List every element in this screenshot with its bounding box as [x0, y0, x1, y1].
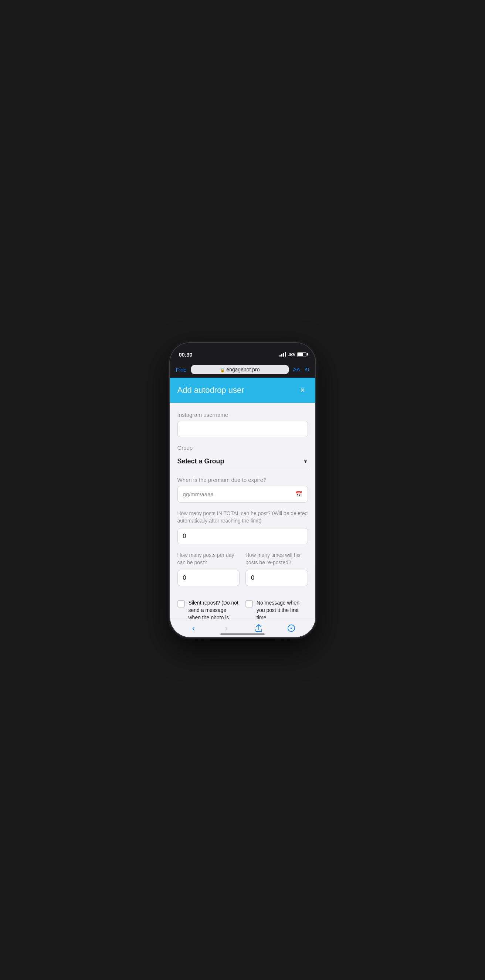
refresh-button[interactable]: ↻ [305, 366, 310, 373]
instagram-username-label: Instagram username [177, 412, 308, 418]
nav-compass-button[interactable] [283, 620, 300, 636]
browser-actions: AA ↻ [293, 366, 310, 373]
no-message-checkbox[interactable] [246, 600, 253, 608]
home-indicator [220, 633, 265, 635]
posts-per-day-input[interactable] [177, 570, 240, 586]
notch [219, 343, 266, 355]
posts-per-day-group: How many posts per day can he post? [177, 552, 240, 586]
network-type: 4G [288, 352, 295, 357]
status-right: 4G [279, 352, 306, 357]
group-select[interactable]: Select a Group ▼ [177, 454, 308, 469]
signal-bar-4 [285, 352, 286, 356]
repost-times-input[interactable] [246, 570, 308, 586]
signal-bar-1 [279, 355, 281, 356]
no-message-group: No message when you post it the first ti… [246, 600, 308, 619]
phone-frame: 00:30 4G Fine 🔒 engagebot.pro AA ↻ [170, 343, 315, 637]
battery-fill [298, 353, 303, 356]
two-col-checkboxes: Silent repost? (Do not send a message wh… [177, 600, 308, 619]
instagram-username-group: Instagram username [177, 412, 308, 437]
silent-repost-checkbox[interactable] [177, 600, 185, 608]
expiry-date-group: When is the premium due to expire? gg/mm… [177, 477, 308, 503]
silent-repost-label: Silent repost? (Do not send a message wh… [188, 600, 240, 619]
total-posts-label: How many posts IN TOTAL can he post? (Wi… [177, 510, 308, 524]
repost-times-label: How many times will his posts be re-post… [246, 552, 308, 566]
content-area[interactable]: Add autodrop user × Instagram username G… [170, 378, 315, 619]
two-col-inputs: How many posts per day can he post? How … [177, 552, 308, 593]
lock-icon: 🔒 [220, 368, 226, 372]
signal-bar-3 [283, 353, 284, 356]
calendar-icon: 📅 [295, 491, 302, 498]
date-placeholder: gg/mm/aaaa [183, 491, 214, 497]
posts-per-day-label: How many posts per day can he post? [177, 552, 240, 566]
instagram-username-input[interactable] [177, 421, 308, 437]
chevron-down-icon: ▼ [303, 459, 308, 464]
modal-title: Add autodrop user [177, 385, 244, 395]
modal-header: Add autodrop user × [170, 378, 315, 403]
total-posts-input[interactable] [177, 528, 308, 544]
browser-url-bar: 🔒 engagebot.pro [191, 365, 289, 374]
expiry-date-label: When is the premium due to expire? [177, 477, 308, 483]
expiry-date-input[interactable]: gg/mm/aaaa 📅 [177, 486, 308, 503]
total-posts-group: How many posts IN TOTAL can he post? (Wi… [177, 510, 308, 544]
signal-bar-2 [281, 354, 282, 356]
text-size-button[interactable]: AA [293, 367, 300, 372]
nav-back-button[interactable]: ‹ [185, 620, 202, 636]
browser-bar: Fine 🔒 engagebot.pro AA ↻ [170, 361, 315, 378]
battery-icon [297, 352, 306, 357]
group-select-label: Select a Group [177, 458, 224, 465]
group-group: Group Select a Group ▼ [177, 445, 308, 469]
status-time: 00:30 [179, 352, 193, 358]
silent-repost-group: Silent repost? (Do not send a message wh… [177, 600, 240, 619]
browser-back-button[interactable]: Fine [176, 367, 187, 373]
signal-bars [279, 352, 286, 356]
url-text: engagebot.pro [226, 367, 260, 372]
repost-times-group: How many times will his posts be re-post… [246, 552, 308, 586]
close-button[interactable]: × [298, 385, 308, 395]
form-content: Instagram username Group Select a Group … [170, 403, 315, 619]
group-label: Group [177, 445, 308, 451]
no-message-label: No message when you post it the first ti… [257, 600, 308, 619]
url-display[interactable]: 🔒 engagebot.pro [191, 365, 289, 374]
